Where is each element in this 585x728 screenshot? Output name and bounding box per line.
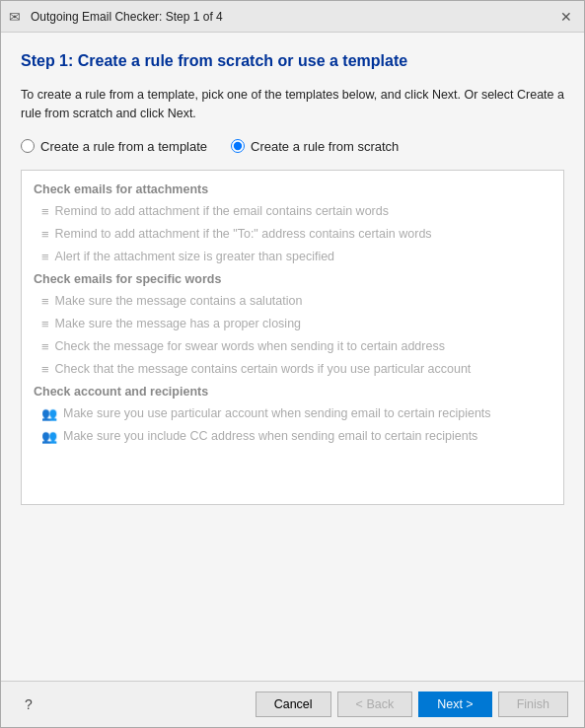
radio-template-label[interactable]: Create a rule from a template <box>21 139 207 154</box>
radio-row: Create a rule from a template Create a r… <box>21 139 564 154</box>
lines-icon: ≡ <box>41 294 49 309</box>
list-item[interactable]: 👥Make sure you use particular account wh… <box>22 402 563 425</box>
finish-button[interactable]: Finish <box>498 692 568 717</box>
main-window: ✉ Outgoing Email Checker: Step 1 of 4 ✕ … <box>0 0 585 728</box>
group-header: Check emails for attachments <box>22 179 563 200</box>
close-button[interactable]: ✕ <box>556 7 576 27</box>
list-item[interactable]: ≡Remind to add attachment if the email c… <box>22 200 563 223</box>
group-header: Check emails for specific words <box>22 268 563 290</box>
item-label: Make sure you use particular account whe… <box>63 406 491 420</box>
list-item[interactable]: ≡Check the message for swear words when … <box>22 335 563 358</box>
lines-icon: ≡ <box>41 362 49 377</box>
item-label: Make sure the message contains a salutat… <box>55 294 303 308</box>
radio-template[interactable] <box>21 139 35 153</box>
item-label: Remind to add attachment if the email co… <box>55 204 389 218</box>
title-bar: ✉ Outgoing Email Checker: Step 1 of 4 ✕ <box>1 1 584 33</box>
help-button[interactable]: ? <box>17 692 40 716</box>
back-button[interactable]: < Back <box>337 692 413 717</box>
list-item[interactable]: ≡Make sure the message contains a saluta… <box>22 290 563 313</box>
next-button[interactable]: Next > <box>418 692 491 717</box>
content-area: Step 1: Create a rule from scratch or us… <box>1 33 584 681</box>
item-label: Check the message for swear words when s… <box>55 339 445 353</box>
list-item[interactable]: ≡Make sure the message has a proper clos… <box>22 313 563 335</box>
item-label: Make sure the message has a proper closi… <box>55 317 301 330</box>
people-icon: 👥 <box>41 406 57 421</box>
footer: ? Cancel < Back Next > Finish <box>1 681 584 727</box>
list-item[interactable]: ≡Remind to add attachment if the "To:" a… <box>22 223 563 246</box>
lines-icon: ≡ <box>41 204 49 219</box>
item-label: Make sure you include CC address when se… <box>63 429 477 443</box>
window-title: Outgoing Email Checker: Step 1 of 4 <box>31 10 556 24</box>
window-icon: ✉ <box>9 9 25 25</box>
lines-icon: ≡ <box>41 317 49 331</box>
lines-icon: ≡ <box>41 339 49 354</box>
radio-template-text: Create a rule from a template <box>40 139 207 154</box>
footer-buttons: Cancel < Back Next > Finish <box>256 692 568 717</box>
item-label: Check that the message contains certain … <box>55 362 472 376</box>
lines-icon: ≡ <box>41 227 49 242</box>
description-text: To create a rule from a template, pick o… <box>21 86 564 123</box>
cancel-button[interactable]: Cancel <box>256 692 331 717</box>
radio-scratch-label[interactable]: Create a rule from scratch <box>231 139 399 154</box>
item-label: Alert if the attachment size is greater … <box>55 250 334 263</box>
list-item[interactable]: ≡Check that the message contains certain… <box>22 358 563 381</box>
template-list: Check emails for attachments≡Remind to a… <box>21 170 564 505</box>
people-icon: 👥 <box>41 429 57 444</box>
item-label: Remind to add attachment if the "To:" ad… <box>55 227 432 241</box>
lines-icon: ≡ <box>41 250 49 264</box>
radio-scratch[interactable] <box>231 139 245 153</box>
list-item[interactable]: ≡Alert if the attachment size is greater… <box>22 246 563 268</box>
list-item[interactable]: 👥Make sure you include CC address when s… <box>22 425 563 448</box>
group-header: Check account and recipients <box>22 381 563 402</box>
radio-scratch-text: Create a rule from scratch <box>251 139 399 154</box>
step-heading: Step 1: Create a rule from scratch or us… <box>21 52 564 70</box>
